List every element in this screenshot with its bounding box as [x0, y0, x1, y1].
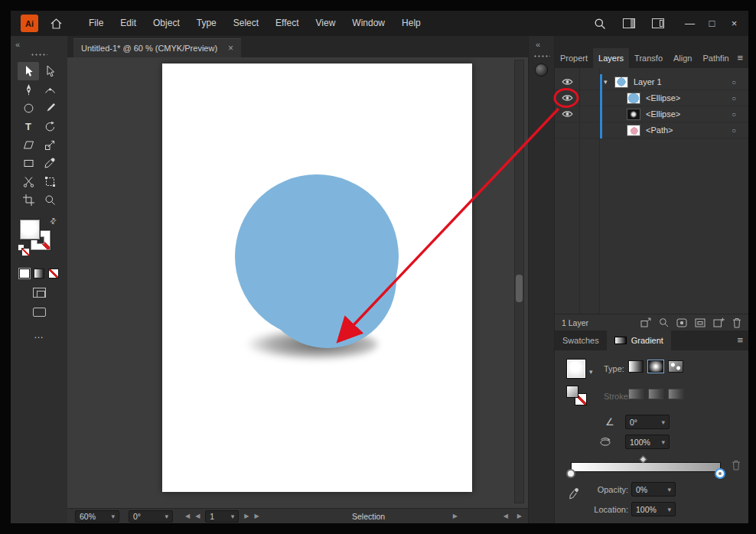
gradient-slider[interactable]	[571, 462, 721, 472]
tab-gradient[interactable]: Gradient	[607, 330, 671, 350]
zoom-tool[interactable]	[39, 190, 60, 209]
tab-swatches[interactable]: Swatches	[555, 330, 607, 350]
direct-selection-tool[interactable]	[39, 62, 60, 80]
stroke-across-button[interactable]	[668, 389, 683, 399]
artboard[interactable]	[162, 63, 472, 492]
vertical-scrollbar[interactable]	[514, 60, 524, 503]
screen-mode-button[interactable]	[33, 308, 46, 317]
document-tab[interactable]: Untitled-1* @ 60 % (CMYK/Preview) ×	[73, 38, 241, 57]
minimize-button[interactable]: —	[679, 11, 701, 36]
lock-toggle[interactable]	[579, 122, 599, 138]
gradient-stop-right-selected[interactable]	[715, 468, 725, 479]
opacity-select[interactable]: 0% ▾	[631, 482, 676, 497]
blue-circle[interactable]	[235, 174, 399, 338]
vertical-scrollbar-thumb[interactable]	[516, 275, 523, 302]
clipping-mask-icon[interactable]	[676, 318, 687, 327]
radial-gradient-button[interactable]	[648, 360, 663, 373]
delete-stop-icon[interactable]	[732, 460, 741, 471]
menu-help[interactable]: Help	[393, 11, 429, 36]
edit-toolbar-button[interactable]: …	[18, 329, 60, 340]
gradient-button[interactable]	[34, 269, 44, 278]
lock-toggle[interactable]	[579, 74, 599, 90]
linear-gradient-button[interactable]	[628, 360, 644, 373]
target-circle[interactable]: ○	[732, 78, 736, 86]
tab-layers[interactable]: Layers	[593, 48, 629, 68]
previous-artboard-button[interactable]: ◀	[195, 513, 200, 519]
new-layer-icon[interactable]	[713, 317, 725, 327]
none-button[interactable]	[48, 269, 59, 278]
eyedropper-tool[interactable]	[39, 154, 60, 172]
first-artboard-button[interactable]: ◀	[185, 513, 190, 519]
tab-pathfinder[interactable]: Pathfin	[697, 48, 734, 68]
artboard-tool[interactable]	[18, 190, 39, 209]
arrange-documents-icon[interactable]	[652, 18, 664, 28]
last-artboard-button[interactable]: ▶	[254, 513, 259, 519]
zoom-select[interactable]: 60% ▾	[75, 510, 119, 523]
gradient-fill-swatch[interactable]	[566, 359, 586, 379]
rotate-tool[interactable]	[39, 117, 60, 135]
swap-fill-stroke-icon[interactable]: ⇄	[47, 216, 58, 226]
paintbrush-tool[interactable]	[39, 99, 60, 117]
pen-tool[interactable]	[18, 80, 39, 99]
location-select[interactable]: 100% ▾	[631, 502, 676, 516]
menu-effect[interactable]: Effect	[267, 11, 307, 36]
gradient-eyedropper-icon[interactable]	[568, 487, 580, 500]
panel-menu-icon[interactable]: ≡	[737, 330, 743, 350]
fill-color-swatch[interactable]	[20, 220, 40, 239]
drawing-modes-button[interactable]	[33, 288, 46, 298]
free-transform-tool[interactable]	[39, 172, 60, 190]
visibility-toggle[interactable]	[555, 110, 579, 118]
scroll-right-icon[interactable]: ▶	[517, 513, 522, 519]
aspect-ratio-select[interactable]: 100% ▾	[625, 435, 670, 449]
layer-row-ellipse1[interactable]: <Ellipse> ○	[555, 90, 748, 106]
collapse-toolbar-icon[interactable]: «	[15, 40, 20, 49]
toolbar-grip[interactable]	[31, 53, 47, 57]
panel-menu-icon[interactable]: ≡	[737, 48, 743, 68]
dock-grip[interactable]	[533, 54, 550, 59]
maximize-button[interactable]: □	[701, 11, 723, 36]
home-icon[interactable]	[51, 18, 62, 29]
menu-file[interactable]: File	[80, 11, 112, 36]
expand-panels-icon[interactable]: «	[536, 40, 540, 49]
tab-properties[interactable]: Propert	[555, 48, 593, 68]
scissors-tool[interactable]	[18, 172, 39, 190]
rotation-select[interactable]: 0° ▾	[129, 510, 173, 523]
chevron-down-icon[interactable]: ▾	[589, 368, 593, 376]
close-button[interactable]: ×	[723, 11, 745, 36]
lock-toggle[interactable]	[579, 90, 599, 106]
menu-edit[interactable]: Edit	[112, 11, 145, 36]
scale-tool[interactable]	[39, 135, 60, 154]
stroke-along-button[interactable]	[648, 389, 663, 399]
next-artboard-button[interactable]: ▶	[244, 513, 249, 519]
scroll-left-icon[interactable]: ◀	[503, 513, 508, 519]
menu-view[interactable]: View	[308, 11, 344, 36]
gradient-stop-left[interactable]	[566, 469, 575, 478]
artboard-number-select[interactable]: 1 ▾	[205, 510, 239, 523]
default-fill-stroke-icon[interactable]	[18, 244, 24, 251]
target-circle[interactable]: ○	[732, 94, 736, 103]
rectangle-tool[interactable]	[18, 154, 39, 172]
visibility-toggle[interactable]	[555, 78, 579, 86]
menu-type[interactable]: Type	[188, 11, 225, 36]
target-circle[interactable]: ○	[732, 110, 736, 119]
lock-toggle[interactable]	[579, 106, 599, 122]
menu-select[interactable]: Select	[225, 11, 267, 36]
disclosure-triangle[interactable]: ▾	[604, 78, 614, 86]
collect-for-export-icon[interactable]	[640, 317, 651, 327]
new-sublayer-icon[interactable]	[695, 318, 705, 327]
delete-layer-icon[interactable]	[732, 317, 741, 328]
visibility-toggle[interactable]	[555, 94, 579, 102]
angle-select[interactable]: 0° ▾	[625, 415, 670, 429]
type-tool[interactable]: T	[18, 117, 39, 135]
layer-row-layer1[interactable]: ▾ Layer 1 ○	[555, 74, 748, 90]
locate-object-icon[interactable]	[659, 317, 669, 327]
collapsed-panel-icon[interactable]	[535, 63, 548, 77]
tab-align[interactable]: Align	[668, 48, 697, 68]
stroke-within-button[interactable]	[628, 389, 644, 399]
workspace-switcher-icon[interactable]	[623, 18, 635, 28]
canvas[interactable]	[67, 57, 528, 508]
selection-tool[interactable]	[18, 62, 39, 80]
target-circle[interactable]: ○	[732, 126, 736, 135]
search-icon[interactable]	[594, 18, 606, 30]
gradient-fill-proxy[interactable]	[566, 386, 578, 398]
